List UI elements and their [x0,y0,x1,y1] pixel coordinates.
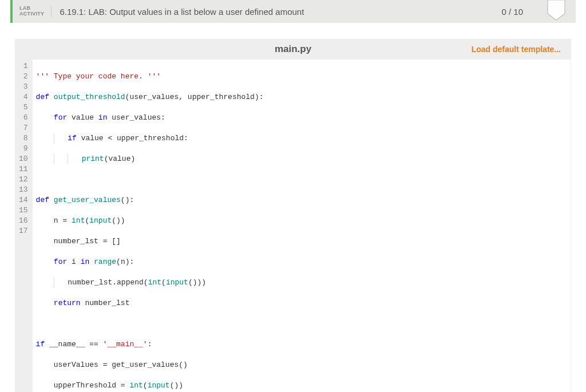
code-editor[interactable]: 123456 789101112 1314151617 ''' Type you… [15,60,571,392]
activity-type-label: LAB ACTIVITY [13,6,52,17]
file-header-bar: main.py Load default template... [15,39,571,60]
score-display: 0 / 10 [501,7,530,17]
activity-title: 6.19.1: LAB: Output values in a list bel… [52,7,501,17]
lab-header: LAB ACTIVITY 6.19.1: LAB: Output values … [10,0,576,23]
code-area[interactable]: ''' Type your code here. ''' def output_… [33,60,571,392]
shield-icon [547,0,565,21]
line-number-gutter: 123456 789101112 1314151617 [15,60,33,392]
load-default-template-link[interactable]: Load default template... [472,45,561,54]
